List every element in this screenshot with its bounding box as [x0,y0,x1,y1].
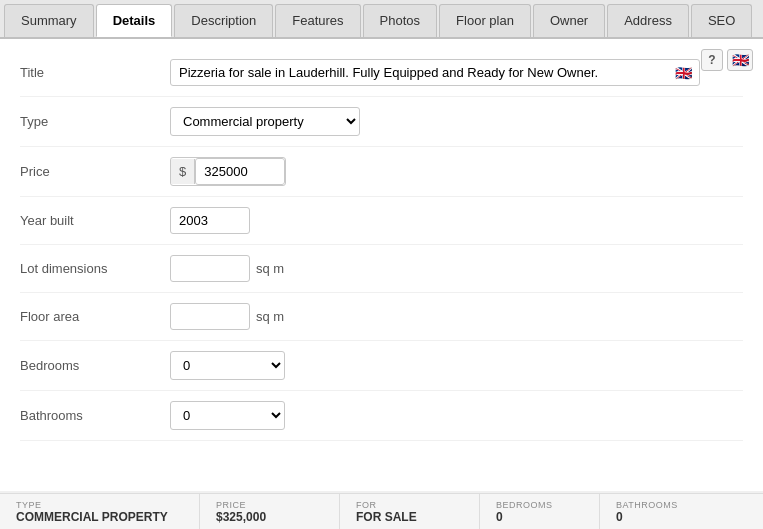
type-label: Type [20,114,170,129]
title-label: Title [20,65,170,80]
status-for-value: FOR SALE [356,510,463,524]
status-type-label: TYPE [16,500,183,510]
bathrooms-control: 0 1 2 3 [170,401,285,430]
status-bed-value: 0 [496,510,583,524]
floor-row: Floor area sq m [20,293,743,341]
status-price-cell: PRICE $325,000 [200,494,340,529]
status-bed-label: BEDROOMS [496,500,583,510]
status-bath-label: BATHROOMS [616,500,747,510]
title-input[interactable] [170,59,700,86]
status-for-label: FOR [356,500,463,510]
bedrooms-row: Bedrooms 0 1 2 3 4 5 [20,341,743,391]
bathrooms-select[interactable]: 0 1 2 3 [170,401,285,430]
status-bed-cell: BEDROOMS 0 [480,494,600,529]
price-label: Price [20,164,170,179]
lot-control: sq m [170,255,284,282]
tab-address[interactable]: Address [607,4,689,37]
year-input[interactable] [170,207,250,234]
title-row: Title 🇬🇧 [20,49,743,97]
price-row: Price $ [20,147,743,197]
bedrooms-control: 0 1 2 3 4 5 [170,351,285,380]
lot-label: Lot dimensions [20,261,170,276]
year-label: Year built [20,213,170,228]
tab-owner[interactable]: Owner [533,4,605,37]
lot-input[interactable] [170,255,250,282]
tab-seo[interactable]: SEO [691,4,752,37]
status-bath-value: 0 [616,510,747,524]
title-flag-icon: 🇬🇧 [675,65,692,81]
title-control: 🇬🇧 [170,59,700,86]
bedrooms-select[interactable]: 0 1 2 3 4 5 [170,351,285,380]
lot-row: Lot dimensions sq m [20,245,743,293]
content-area: ? 🇬🇧 Title 🇬🇧 Type Commercial property R… [0,39,763,491]
status-bar: TYPE COMMERCIAL PROPERTY PRICE $325,000 … [0,493,763,529]
status-type-cell: TYPE COMMERCIAL PROPERTY [0,494,200,529]
tab-photos[interactable]: Photos [363,4,437,37]
lang-button[interactable]: 🇬🇧 [727,49,753,71]
floor-input[interactable] [170,303,250,330]
price-wrapper: $ [170,157,286,186]
status-price-value: $325,000 [216,510,323,524]
status-bath-cell: BATHROOMS 0 [600,494,763,529]
bathrooms-row: Bathrooms 0 1 2 3 [20,391,743,441]
tab-summary[interactable]: Summary [4,4,94,37]
type-select[interactable]: Commercial property Residential Industri… [170,107,360,136]
title-wrapper: 🇬🇧 [170,59,700,86]
price-control: $ [170,157,286,186]
top-buttons: ? 🇬🇧 [701,49,753,71]
tab-details[interactable]: Details [96,4,173,37]
status-type-value: COMMERCIAL PROPERTY [16,510,183,524]
floor-label: Floor area [20,309,170,324]
tab-features[interactable]: Features [275,4,360,37]
price-currency: $ [171,159,195,184]
status-price-label: PRICE [216,500,323,510]
type-row: Type Commercial property Residential Ind… [20,97,743,147]
status-for-cell: FOR FOR SALE [340,494,480,529]
price-input[interactable] [195,158,285,185]
year-control [170,207,250,234]
tab-floor-plan[interactable]: Floor plan [439,4,531,37]
help-button[interactable]: ? [701,49,723,71]
year-row: Year built [20,197,743,245]
bedrooms-label: Bedrooms [20,358,170,373]
tab-bar: Summary Details Description Features Pho… [0,0,763,39]
floor-control: sq m [170,303,284,330]
lot-unit: sq m [256,261,284,276]
tab-description[interactable]: Description [174,4,273,37]
floor-unit: sq m [256,309,284,324]
type-control: Commercial property Residential Industri… [170,107,360,136]
bathrooms-label: Bathrooms [20,408,170,423]
